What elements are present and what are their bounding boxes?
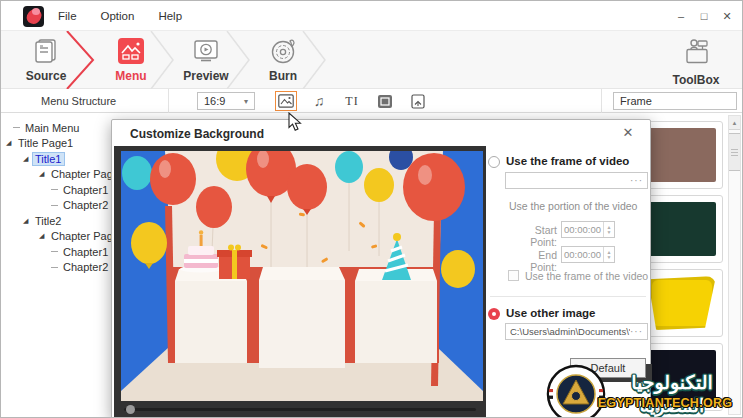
tree-item-label: Chapter2 — [61, 261, 110, 273]
template-card-4[interactable] — [641, 343, 723, 411]
step-burn-label: Burn — [248, 69, 318, 83]
template-list-panel: ▲ — [639, 113, 743, 418]
frame-icon — [377, 94, 393, 109]
template-thumbnail — [648, 128, 716, 182]
browse-ellipsis-icon[interactable]: ··· — [630, 175, 643, 186]
tree-item-label: Title Page1 — [16, 137, 75, 149]
aspect-ratio-select[interactable]: 16:9 ▾ — [197, 92, 255, 110]
use-frame-checkbox[interactable] — [508, 270, 519, 281]
titlebar: File Option Help – □ ✕ — [1, 1, 742, 31]
expander-icon[interactable]: ◢ — [6, 139, 16, 147]
burn-icon — [269, 37, 297, 65]
toolbox-label: ToolBox — [664, 73, 728, 87]
maximize-icon[interactable]: □ — [697, 10, 711, 22]
frame-style-value: Frame — [620, 95, 652, 107]
menu-structure-bar: Menu Structure 16:9 ▾ ♫ TI — [1, 89, 742, 113]
use-other-image-label: Use other image — [506, 307, 595, 319]
chevron-down-icon: ▾ — [234, 97, 248, 106]
dialog-close-icon[interactable]: ✕ — [620, 125, 636, 140]
video-frame-file-input[interactable]: ··· — [505, 172, 648, 189]
tree-item-chapter1-b[interactable]: Chapter1 — [1, 244, 111, 260]
spinner-arrows-icon[interactable]: ▲▼ — [603, 222, 614, 237]
thumbnail-button[interactable] — [407, 91, 429, 111]
image-path-input[interactable]: C:\Users\admin\Documents\' ··· — [505, 323, 648, 340]
use-frame-checkbox-label: Use the frame of the video — [525, 270, 648, 282]
frame-style-select[interactable]: Frame — [613, 92, 737, 110]
window-controls: – □ ✕ — [674, 1, 734, 31]
step-menu[interactable]: Menu — [96, 37, 166, 83]
spinner-arrows-icon[interactable]: ▲▼ — [603, 247, 614, 262]
tree-item-chapter-page1[interactable]: ◢Chapter Page1 — [1, 167, 111, 183]
background-preview-image — [121, 151, 483, 401]
tree-item-chapter2-b[interactable]: Chapter2 — [1, 260, 111, 276]
step-preview-label: Preview — [171, 69, 241, 83]
minimize-icon[interactable]: – — [674, 10, 688, 22]
tree-item-label: Chapter1 — [61, 184, 110, 196]
step-menu-label: Menu — [96, 69, 166, 83]
divider — [490, 296, 646, 297]
start-point-value: 00:00:00 — [562, 224, 603, 235]
tree-item-title2[interactable]: ◢Title2 — [1, 213, 111, 229]
tree-item-label: Title2 — [33, 215, 64, 227]
app-window: File Option Help – □ ✕ Source — [0, 0, 743, 418]
menu-icon — [117, 37, 145, 65]
tree-item-label: Chapter2 — [61, 199, 110, 211]
background-image-button[interactable] — [275, 91, 297, 111]
text-button[interactable]: TI — [341, 91, 363, 111]
start-point-spinner[interactable]: 00:00:00 ▲▼ — [561, 221, 615, 238]
template-card-2[interactable] — [641, 195, 723, 263]
scrubber-handle[interactable] — [126, 405, 135, 414]
tree-item-label: Chapter1 — [61, 246, 110, 258]
video-scrubber[interactable] — [124, 408, 476, 411]
frame-button[interactable] — [374, 91, 396, 111]
menu-file[interactable]: File — [58, 10, 77, 22]
template-card-1[interactable] — [641, 121, 723, 189]
steps-toolbar: Source Menu Preview — [1, 31, 742, 89]
step-source[interactable]: Source — [11, 37, 81, 83]
portion-label: Use the portion of the video — [509, 200, 637, 212]
background-preview-panel — [114, 146, 486, 418]
expander-icon[interactable]: ◢ — [39, 170, 49, 178]
template-card-3[interactable] — [641, 269, 723, 337]
default-button[interactable]: Default — [570, 358, 646, 378]
tree-item-title1[interactable]: ◢Title1 — [1, 151, 111, 167]
menu-tool-icons: ♫ TI — [275, 91, 429, 111]
menu-help[interactable]: Help — [158, 10, 182, 22]
end-point-spinner[interactable]: 00:00:00 ▲▼ — [561, 246, 615, 263]
step-preview[interactable]: Preview — [171, 37, 241, 83]
scroll-up-icon[interactable]: ▲ — [729, 116, 740, 130]
customize-background-dialog: Customize Background ✕ — [111, 119, 651, 418]
expander-icon[interactable]: ◢ — [39, 232, 49, 240]
menu-structure-label: Menu Structure — [41, 95, 116, 107]
tree-item-chapter2[interactable]: Chapter2 — [1, 198, 111, 214]
toolbox-button[interactable]: ToolBox — [664, 37, 728, 87]
expander-icon[interactable]: ◢ — [23, 217, 33, 225]
preview-icon — [192, 37, 220, 65]
step-burn[interactable]: Burn — [248, 37, 318, 83]
tree-item-chapter1[interactable]: Chapter1 — [1, 182, 111, 198]
template-thumbnail — [648, 202, 716, 256]
browse-ellipsis-icon[interactable]: ··· — [630, 326, 643, 337]
text-tool-icon: TI — [345, 94, 358, 109]
template-thumbnail — [648, 276, 716, 330]
menu-option[interactable]: Option — [101, 10, 135, 22]
template-scrollbar[interactable]: ▲ — [728, 115, 741, 415]
divider — [601, 89, 602, 113]
tree-item-main-menu[interactable]: Main Menu — [1, 120, 111, 136]
close-icon[interactable]: ✕ — [720, 10, 734, 23]
end-point-value: 00:00:00 — [562, 249, 603, 260]
app-logo-icon — [23, 6, 44, 27]
start-point-label: Start Point: — [509, 224, 557, 248]
use-other-image-radio[interactable] — [488, 308, 500, 320]
music-button[interactable]: ♫ — [308, 91, 330, 111]
tree-item-title-page1[interactable]: ◢Title Page1 — [1, 136, 111, 152]
menubar-menus: File Option Help — [58, 1, 182, 31]
step-source-label: Source — [11, 69, 81, 83]
tree-item-chapter-page1-b[interactable]: ◢Chapter Page1 — [1, 229, 111, 245]
use-frame-of-video-radio[interactable] — [488, 156, 500, 168]
scrollbar-thumb[interactable] — [729, 133, 740, 171]
expander-icon[interactable]: ◢ — [23, 155, 33, 163]
image-icon — [278, 94, 294, 108]
document-icon — [411, 94, 425, 109]
aspect-ratio-value: 16:9 — [204, 95, 225, 107]
